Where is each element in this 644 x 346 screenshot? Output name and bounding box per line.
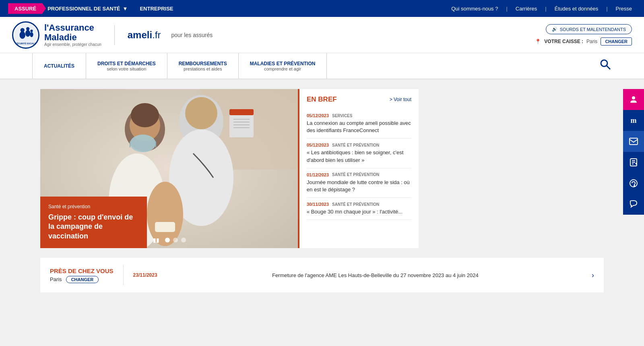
hearing-icon: 🔊 xyxy=(552,27,557,32)
etudes-link[interactable]: Études et données xyxy=(551,6,602,12)
hero-slider: Santé et prévention Grippe : coup d'envo… xyxy=(40,89,298,248)
bottom-section: PRÈS DE CHEZ VOUS Paris CHANGER 23/11/20… xyxy=(40,258,604,292)
sidebar-ameli-button[interactable]: m xyxy=(623,110,644,131)
location-icon: 📍 xyxy=(535,39,541,44)
dot-1[interactable] xyxy=(165,238,170,242)
bottom-news-item[interactable]: 23/11/2023 Fermeture de l'agence AME Les… xyxy=(133,271,594,280)
svg-rect-20 xyxy=(155,222,175,232)
svg-point-37 xyxy=(634,186,635,186)
slider-caption: Santé et prévention Grippe : coup d'envo… xyxy=(40,197,147,248)
logo-svg[interactable]: SÉCURITÉ SOCIALE l'Assurance Maladie Agi… xyxy=(12,21,101,49)
nav-remboursements[interactable]: REMBOURSEMENTS prestations et aides xyxy=(167,53,239,79)
pro-sante-link[interactable]: PROFESSIONNEL DE SANTÉ ▼ xyxy=(47,6,128,12)
svg-text:SÉCURITÉ SOCIALE: SÉCURITÉ SOCIALE xyxy=(16,41,36,44)
right-sidebar: m xyxy=(623,89,644,215)
svg-point-3 xyxy=(26,27,29,30)
secondary-navigation: ACTUALITÉS DROITS ET DÉMARCHES selon vot… xyxy=(0,53,644,79)
search-icon[interactable] xyxy=(599,58,612,74)
hero-section: Santé et prévention Grippe : coup d'envo… xyxy=(40,89,604,248)
logo-circle: SÉCURITÉ SOCIALE xyxy=(12,21,39,49)
svg-point-5 xyxy=(30,29,33,32)
carrieres-link[interactable]: Carrières xyxy=(512,6,541,12)
svg-point-16 xyxy=(185,97,217,129)
news-item-4[interactable]: 30/11/2023 SANTÉ ET PRÉVENTION « Bouge 3… xyxy=(307,198,411,220)
bottom-news-arrow[interactable]: › xyxy=(592,271,594,280)
voir-tout-link[interactable]: > Voir tout xyxy=(390,97,411,102)
svg-line-9 xyxy=(607,66,610,69)
svg-point-19 xyxy=(147,182,183,246)
sidebar-form-button[interactable] xyxy=(623,152,644,173)
logo-divider xyxy=(114,25,115,45)
qui-sommes-link[interactable]: Qui sommes-nous ? xyxy=(447,6,502,12)
tagline: Agir ensemble, protéger chacun xyxy=(44,42,101,47)
svg-rect-22 xyxy=(229,109,254,115)
svg-point-8 xyxy=(601,60,607,66)
sidebar-account-button[interactable] xyxy=(623,89,644,110)
sidebar-chat-button[interactable] xyxy=(623,194,644,215)
nav-maladies[interactable]: MALADIES ET PRÉVENTION comprendre et agi… xyxy=(239,53,327,79)
caisse-row: 📍 VOTRE CAISSE : Paris CHANGER xyxy=(535,37,632,46)
news-item-3[interactable]: 01/12/2023 SANTÉ ET PRÉVENTION Journée m… xyxy=(307,168,411,198)
svg-point-2 xyxy=(20,31,25,39)
svg-point-4 xyxy=(25,30,30,37)
main-content: Santé et prévention Grippe : coup d'envo… xyxy=(0,79,644,258)
svg-point-14 xyxy=(131,103,159,127)
site-header: SÉCURITÉ SOCIALE l'Assurance Maladie Agi… xyxy=(0,17,644,53)
top-navigation: ASSURÉ PROFESSIONNEL DE SANTÉ ▼ ENTREPRI… xyxy=(0,0,644,17)
sidebar-mail-button[interactable] xyxy=(623,131,644,152)
svg-point-30 xyxy=(632,96,635,99)
changer-button[interactable]: CHANGER xyxy=(601,37,632,46)
sidebar-doctor-button[interactable] xyxy=(623,173,644,194)
news-panel: EN BREF > Voir tout 05/12/2023 SERVICES … xyxy=(298,89,419,248)
svg-point-36 xyxy=(630,180,637,187)
logo-area: SÉCURITÉ SOCIALE l'Assurance Maladie Agi… xyxy=(12,21,213,49)
nav-actualites[interactable]: ACTUALITÉS xyxy=(32,53,86,79)
header-right: 🔊 SOURDS ET MALENTENDANTS 📍 VOTRE CAISSE… xyxy=(535,24,632,46)
assure-button[interactable]: ASSURÉ xyxy=(8,3,46,14)
news-item-1[interactable]: 05/12/2023 SERVICES La connexion au comp… xyxy=(307,109,411,139)
news-item-2[interactable]: 05/12/2023 SANTÉ ET PRÉVENTION « Les ant… xyxy=(307,139,411,168)
dot-3[interactable] xyxy=(181,238,186,242)
pour-assures-text: pour les assurés xyxy=(171,32,213,38)
top-right-links: Qui sommes-nous ? | Carrières | Études e… xyxy=(447,6,636,12)
svg-point-6 xyxy=(30,32,33,37)
en-bref-label: EN BREF xyxy=(307,95,337,104)
dot-2[interactable] xyxy=(173,238,178,242)
ameli-brand: ameli.fr xyxy=(128,29,161,41)
entreprise-link[interactable]: ENTREPRISE xyxy=(140,6,173,12)
svg-rect-31 xyxy=(630,138,638,145)
nav-droits[interactable]: DROITS ET DÉMARCHES selon votre situatio… xyxy=(86,53,167,79)
bottom-changer-button[interactable]: CHANGER xyxy=(66,276,99,283)
presse-link[interactable]: Presse xyxy=(612,6,636,12)
slider-controls: ▮▮ xyxy=(153,237,186,243)
pres-chez-vous: PRÈS DE CHEZ VOUS Paris CHANGER xyxy=(50,267,114,283)
svg-point-27 xyxy=(130,135,156,152)
bottom-divider xyxy=(123,265,124,285)
news-header-row: EN BREF > Voir tout xyxy=(307,95,411,104)
sourd-button[interactable]: 🔊 SOURDS ET MALENTENDANTS xyxy=(546,24,632,34)
brand-text: l'Assurance Maladie Agir ensemble, proté… xyxy=(44,23,101,47)
pause-button[interactable]: ▮▮ xyxy=(153,237,159,243)
